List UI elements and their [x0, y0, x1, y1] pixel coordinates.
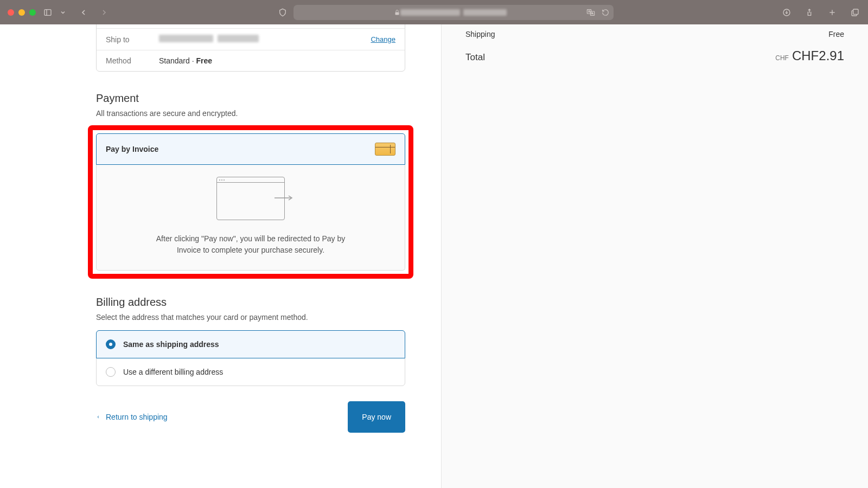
- billing-same-option[interactable]: Same as shipping address: [96, 330, 405, 358]
- summary-shipping-row: Shipping Free: [465, 30, 844, 38]
- summary-total-label: Total: [465, 52, 485, 63]
- payment-option-label: Pay by Invoice: [106, 145, 158, 153]
- pay-now-button[interactable]: Pay now: [348, 401, 405, 433]
- change-shipto-link[interactable]: Change: [371, 35, 395, 43]
- chevron-left-icon: [96, 414, 100, 420]
- billing-different-label: Use a different billing address: [123, 368, 223, 376]
- downloads-icon[interactable]: [781, 7, 792, 18]
- credit-card-icon: [375, 143, 395, 156]
- review-method-row: Method Standard · Free: [97, 50, 405, 71]
- shield-icon[interactable]: [277, 7, 288, 18]
- maximize-window-icon[interactable]: [29, 9, 36, 16]
- review-contact-row: Contact Change: [97, 24, 405, 29]
- payment-heading: Payment: [96, 92, 405, 105]
- url-text-redacted: [400, 9, 507, 16]
- forward-icon[interactable]: [99, 7, 110, 18]
- share-icon[interactable]: [804, 7, 815, 18]
- shipto-label: Ship to: [106, 35, 159, 44]
- summary-currency: CHF: [775, 54, 789, 62]
- method-value: Standard · Free: [159, 56, 395, 65]
- new-tab-icon[interactable]: [827, 7, 838, 18]
- return-label: Return to shipping: [106, 413, 168, 421]
- sidebar-toggle-icon[interactable]: [42, 7, 53, 18]
- svg-rect-2: [395, 12, 399, 15]
- svg-rect-0: [44, 9, 51, 15]
- redirect-window-icon: [216, 177, 285, 220]
- chevron-down-icon[interactable]: [60, 7, 66, 18]
- order-summary-sidebar: Shipping Free Total CHFCHF2.91: [441, 24, 868, 488]
- shipto-value: [159, 35, 371, 44]
- radio-selected-icon: [106, 339, 116, 349]
- billing-heading: Billing address: [96, 296, 405, 309]
- svg-rect-10: [853, 9, 858, 14]
- billing-different-option[interactable]: Use a different billing address: [97, 358, 405, 386]
- review-shipto-row: Ship to Change: [97, 29, 405, 50]
- close-window-icon[interactable]: [8, 9, 14, 16]
- summary-total-row: Total CHFCHF2.91: [465, 48, 844, 63]
- payment-subtitle: All transactions are secure and encrypte…: [96, 109, 405, 118]
- billing-options: Same as shipping address Use a different…: [96, 330, 405, 386]
- tabs-icon[interactable]: [850, 7, 860, 18]
- translate-icon[interactable]: [585, 7, 596, 18]
- summary-shipping-label: Shipping: [465, 30, 495, 38]
- checkout-main: Contact Change Ship to Change Method Sta…: [0, 24, 441, 488]
- minimize-window-icon[interactable]: [18, 9, 25, 16]
- method-label: Method: [106, 56, 159, 65]
- review-box: Contact Change Ship to Change Method Sta…: [96, 24, 405, 72]
- url-bar[interactable]: [293, 5, 614, 20]
- payment-method-highlight: Pay by Invoice After clicking "Pay now",…: [88, 125, 413, 279]
- browser-toolbar: [0, 0, 868, 24]
- summary-shipping-value: Free: [828, 30, 844, 38]
- return-to-shipping-link[interactable]: Return to shipping: [96, 413, 168, 421]
- reload-icon[interactable]: [602, 7, 609, 18]
- back-icon[interactable]: [78, 7, 89, 18]
- radio-unselected-icon: [106, 367, 116, 377]
- window-traffic-lights: [8, 9, 36, 16]
- summary-total-value: CHF2.91: [792, 48, 844, 63]
- billing-subtitle: Select the address that matches your car…: [96, 313, 405, 322]
- redirect-message: After clicking "Pay now", you will be re…: [156, 233, 346, 256]
- billing-same-label: Same as shipping address: [123, 340, 219, 349]
- payment-option-body: After clicking "Pay now", you will be re…: [96, 165, 405, 271]
- payment-option-invoice[interactable]: Pay by Invoice: [96, 133, 405, 165]
- lock-icon: [394, 7, 400, 18]
